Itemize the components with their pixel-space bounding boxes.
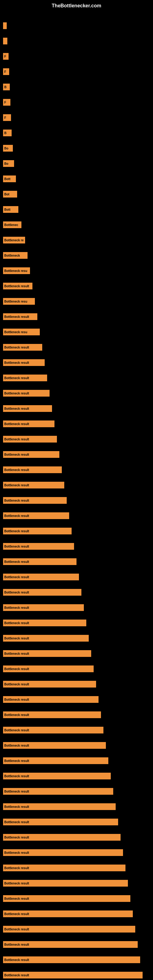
bar-item-41: Bottleneck result (3, 635, 89, 641)
bar-61: Bottleneck result (3, 941, 138, 948)
bar-label-16: Bottleneck (4, 254, 20, 257)
bar-label-58: Bottleneck result (4, 897, 29, 900)
bar-item-8: B (3, 130, 12, 136)
bar-item-63: Bottleneck result (3, 972, 143, 978)
bar-19: Bottleneck resu (3, 298, 35, 305)
bar-label-25: Bottleneck result (4, 392, 29, 395)
bar-38: Bottleneck result (3, 589, 81, 596)
bar-label-46: Bottleneck result (4, 713, 29, 717)
bar-63: Bottleneck result (3, 972, 143, 978)
bar-21: Bottleneck resu (3, 329, 40, 335)
bar-item-12: Bot (3, 191, 17, 197)
bar-item-27: Bottleneck result (3, 420, 54, 427)
bar-label-3: F (4, 55, 6, 58)
bar-51: Bottleneck result (3, 788, 113, 795)
bar-item-54: Bottleneck result (3, 834, 121, 841)
bar-label-14: Bottlenec (4, 223, 18, 227)
bar-label-17: Bottleneck resu (4, 269, 27, 272)
bar-8: B (3, 130, 12, 136)
bar-24: Bottleneck result (3, 375, 47, 381)
bar-item-44: Bottleneck result (3, 681, 96, 687)
bar-item-43: Bottleneck result (3, 665, 94, 672)
bar-62: Bottleneck result (3, 956, 140, 963)
bar-label-53: Bottleneck result (4, 821, 29, 824)
bar-item-5: B (3, 84, 10, 90)
bar-label-52: Bottleneck result (4, 805, 29, 808)
bar-13: Bott (3, 206, 18, 213)
bar-item-24: Bottleneck result (3, 375, 47, 381)
bar-30: Bottleneck result (3, 466, 62, 473)
bar-item-61: Bottleneck result (3, 941, 138, 948)
bar-4: F (3, 68, 9, 75)
bar-item-46: Bottleneck result (3, 711, 101, 718)
bar-label-59: Bottleneck result (4, 912, 29, 916)
bar-45: Bottleneck result (3, 696, 99, 703)
bar-46: Bottleneck result (3, 711, 101, 718)
bar-item-48: Bottleneck result (3, 742, 106, 749)
bar-1 (3, 22, 7, 29)
site-title: TheBottlenecker.com (0, 0, 153, 10)
bar-label-13: Bott (4, 208, 10, 211)
bar-item-55: Bottleneck result (3, 849, 123, 856)
bar-48: Bottleneck result (3, 742, 106, 749)
bar-label-57: Bottleneck result (4, 882, 29, 885)
bar-item-53: Bottleneck result (3, 819, 118, 825)
bar-label-28: Bottleneck result (4, 438, 29, 441)
bar-item-13: Bott (3, 206, 18, 213)
bar-item-58: Bottleneck result (3, 895, 131, 902)
bar-item-20: Bottleneck result (3, 313, 37, 320)
bar-label-29: Bottleneck result (4, 453, 29, 456)
bar-label-49: Bottleneck result (4, 759, 29, 762)
bar-item-29: Bottleneck result (3, 451, 59, 458)
bar-18: Bottleneck result (3, 283, 32, 290)
bar-11: Bott (3, 175, 16, 182)
bar-label-24: Bottleneck result (4, 376, 29, 380)
bar-26: Bottleneck result (3, 405, 52, 412)
bar-43: Bottleneck result (3, 665, 94, 672)
bar-label-33: Bottleneck result (4, 514, 29, 517)
bar-label-8: B (4, 131, 6, 135)
bar-39: Bottleneck result (3, 604, 84, 611)
bar-label-6: F (4, 101, 6, 104)
bar-label-15: Bottleneck re (4, 239, 24, 242)
bar-item-51: Bottleneck result (3, 788, 113, 795)
bar-53: Bottleneck result (3, 819, 118, 825)
bar-37: Bottleneck result (3, 574, 79, 580)
bar-50: Bottleneck result (3, 773, 111, 780)
bar-item-62: Bottleneck result (3, 956, 140, 963)
bar-item-50: Bottleneck result (3, 773, 111, 780)
bar-item-34: Bottleneck result (3, 528, 72, 535)
bar-label-11: Bott (4, 177, 10, 181)
bar-7: F (3, 114, 11, 121)
bar-label-63: Bottleneck result (4, 974, 29, 977)
bar-22: Bottleneck result (3, 344, 42, 351)
bar-item-45: Bottleneck result (3, 696, 99, 703)
bar-23: Bottleneck result (3, 359, 45, 366)
bar-47: Bottleneck result (3, 727, 104, 733)
bar-25: Bottleneck result (3, 390, 49, 396)
bar-15: Bottleneck re (3, 237, 25, 243)
bar-36: Bottleneck result (3, 558, 76, 565)
bar-label-22: Bottleneck result (4, 346, 29, 349)
bar-label-40: Bottleneck result (4, 621, 29, 625)
bar-item-49: Bottleneck result (3, 757, 108, 764)
bar-item-3: F (3, 53, 9, 60)
bar-item-31: Bottleneck result (3, 482, 64, 488)
bar-16: Bottleneck (3, 252, 27, 259)
bar-label-42: Bottleneck result (4, 652, 29, 655)
bar-label-56: Bottleneck result (4, 866, 29, 870)
bar-label-55: Bottleneck result (4, 851, 29, 854)
bar-item-33: Bottleneck result (3, 512, 69, 519)
bar-item-56: Bottleneck result (3, 865, 126, 871)
bar-item-7: F (3, 114, 11, 121)
bar-49: Bottleneck result (3, 757, 108, 764)
bar-17: Bottleneck resu (3, 267, 30, 274)
bar-56: Bottleneck result (3, 865, 126, 871)
bar-3: F (3, 53, 9, 60)
bar-item-39: Bottleneck result (3, 604, 84, 611)
bar-item-21: Bottleneck resu (3, 329, 40, 335)
bar-label-19: Bottleneck resu (4, 300, 27, 303)
bar-item-40: Bottleneck result (3, 620, 86, 626)
bar-label-32: Bottleneck result (4, 499, 29, 502)
bar-label-31: Bottleneck result (4, 484, 29, 487)
